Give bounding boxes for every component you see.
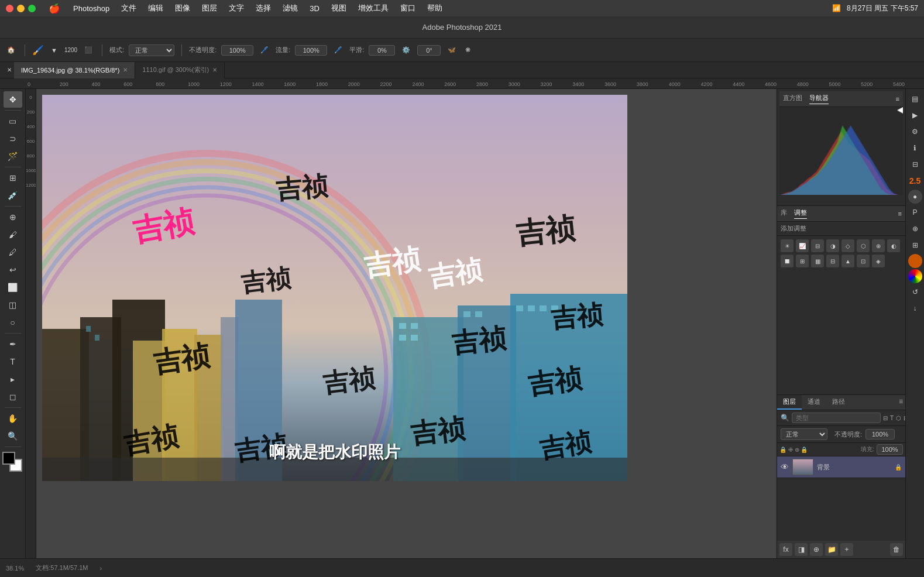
layer-new-btn[interactable]: + [840, 543, 853, 556]
flow-input[interactable] [295, 45, 327, 56]
layer-visibility-icon[interactable]: 👁 [781, 462, 789, 472]
tool-path-select[interactable]: ▸ [4, 371, 22, 387]
tool-heal[interactable]: ⊕ [4, 209, 22, 225]
brush-mode-toggle[interactable]: ⬛ [82, 45, 95, 55]
tool-crop[interactable]: ⊞ [4, 170, 22, 186]
extra-btn[interactable]: ❋ [463, 45, 473, 55]
tool-gradient[interactable]: ◫ [4, 297, 22, 313]
home-button[interactable]: 🏠 [5, 45, 18, 55]
canvas-area[interactable]: 吉祯 吉祯 吉祯 吉祯 吉祯 吉祯 吉祯 吉祯 吉祯 吉祯 吉祯 吉祯 吉祯 吉… [36, 89, 777, 558]
angle-input[interactable] [417, 45, 441, 56]
layers-tab-channels[interactable]: 通道 [802, 395, 826, 410]
menu-plugins[interactable]: 增效工具 [356, 3, 391, 13]
mini-p-btn[interactable]: P [908, 205, 923, 220]
tool-pen[interactable]: ✒ [4, 336, 22, 352]
color-swatches[interactable] [2, 452, 23, 473]
tool-eyedropper[interactable]: 💉 [4, 187, 22, 204]
tab-close-1[interactable]: ✕ [123, 67, 128, 73]
blend-mode-select[interactable]: 正常 溶解 正片叠底 [129, 44, 174, 56]
photo-filter-icon[interactable]: 🔲 [781, 255, 794, 267]
opacity-input[interactable] [221, 45, 253, 56]
tool-dodge[interactable]: ○ [4, 314, 22, 331]
tab-close-2[interactable]: ✕ [212, 67, 217, 73]
menu-layer[interactable]: 图层 [200, 3, 219, 13]
menu-file[interactable]: 文件 [119, 3, 139, 13]
layer-delete-btn[interactable]: 🗑 [890, 543, 903, 556]
threshold-icon[interactable]: ▲ [841, 255, 854, 267]
layers-tab-paths[interactable]: 路径 [826, 395, 851, 410]
foreground-color-swatch[interactable] [2, 452, 15, 465]
exposure-icon[interactable]: ◑ [826, 239, 839, 252]
tool-eraser[interactable]: ⬜ [4, 279, 22, 296]
histogram-tab[interactable]: 直方图 [783, 94, 802, 104]
mini-orange-circle[interactable] [908, 254, 922, 268]
layers-panel-options[interactable]: ≡ [896, 395, 905, 410]
mini-sync-btn[interactable]: ↺ [908, 284, 923, 300]
tool-zoom[interactable]: 🔍 [4, 428, 22, 444]
close-button[interactable] [6, 5, 13, 12]
minimize-button[interactable] [17, 5, 25, 12]
colorbalance-icon[interactable]: ⊕ [872, 239, 885, 252]
mini-tool2-btn[interactable]: ⊕ [908, 221, 923, 236]
tab-prev[interactable]: ✕ [5, 66, 14, 74]
tool-hand[interactable]: ✋ [4, 410, 22, 427]
levels-icon[interactable]: ⊟ [811, 239, 824, 252]
fill-input[interactable] [877, 444, 903, 455]
brightness-icon[interactable]: ☀ [781, 239, 794, 252]
posterize-icon[interactable]: ⊡ [857, 255, 870, 267]
tool-quick-select[interactable]: 🪄 [4, 148, 22, 164]
bw-icon[interactable]: ◐ [887, 239, 900, 252]
opacity-pressure[interactable]: 🖊️ [258, 45, 271, 55]
brush-options[interactable]: ▼ [49, 46, 60, 55]
menu-view[interactable]: 视图 [329, 3, 349, 13]
apple-logo[interactable]: 🍎 [49, 3, 60, 14]
tool-lasso[interactable]: ⊃ [4, 130, 22, 147]
layer-fx-btn[interactable]: fx [779, 543, 792, 556]
library-tab[interactable]: 库 [781, 208, 787, 219]
flow-pressure[interactable]: 🖊️ [332, 45, 345, 55]
menu-help[interactable]: 帮助 [425, 3, 445, 13]
layers-tab-layers[interactable]: 图层 [777, 395, 802, 410]
menu-photoshop[interactable]: Photoshop [71, 4, 112, 13]
layers-search-input[interactable] [792, 413, 881, 423]
tab-gif1110[interactable]: 1110.gif @ 300%(索引) ✕ [135, 62, 225, 78]
menu-3d[interactable]: 3D [307, 4, 322, 13]
smooth-input[interactable] [369, 45, 395, 56]
tool-clone[interactable]: 🖊 [4, 244, 22, 260]
menu-edit[interactable]: 编辑 [146, 3, 166, 13]
tool-history-brush[interactable]: ↩ [4, 262, 22, 278]
layer-search-opt3[interactable]: ⬡ [896, 415, 901, 421]
selective-color-icon[interactable]: ⊟ [826, 255, 839, 267]
mini-play-btn[interactable]: ▶ [908, 108, 923, 123]
maximize-button[interactable] [28, 5, 36, 12]
menu-image[interactable]: 图像 [173, 3, 193, 13]
invert-icon[interactable]: ◈ [872, 255, 885, 267]
mini-info-btn[interactable]: ℹ [908, 140, 923, 156]
panel-options[interactable]: ≡ [896, 95, 899, 102]
mini-circle-btn[interactable]: ● [908, 190, 922, 204]
tool-selection-rect[interactable]: ▭ [4, 113, 22, 129]
navigator-tab[interactable]: 导航器 [809, 94, 829, 104]
tool-brush[interactable]: 🖌 [4, 226, 22, 243]
layer-opacity-input[interactable] [865, 429, 895, 439]
tool-move[interactable]: ✥ [4, 91, 22, 108]
curves-icon[interactable]: 📈 [796, 239, 809, 252]
layer-search-opt2[interactable]: T [890, 415, 894, 421]
adjustments-tab[interactable]: 调整 [794, 208, 807, 219]
symmetry-btn[interactable]: 🦋 [445, 45, 458, 55]
hsl-icon[interactable]: ⬡ [857, 239, 870, 252]
settings-btn[interactable]: ⚙️ [400, 45, 413, 55]
vibrance-icon[interactable]: ◇ [841, 239, 854, 252]
layer-blend-select[interactable]: 正常 [781, 428, 827, 440]
mini-layers-btn[interactable]: ⊞ [908, 238, 923, 253]
menu-select[interactable]: 选择 [253, 3, 273, 13]
menu-text[interactable]: 文字 [226, 3, 246, 13]
window-controls[interactable] [6, 5, 36, 12]
menu-filter[interactable]: 滤镜 [280, 3, 300, 13]
menu-window[interactable]: 窗口 [398, 3, 418, 13]
tool-text[interactable]: T [4, 353, 22, 370]
layer-group-btn[interactable]: 📁 [825, 543, 838, 556]
gradient-map-icon[interactable]: ▦ [811, 255, 824, 267]
mini-gradient-btn[interactable] [908, 269, 922, 283]
layer-item-background[interactable]: 👁 背景 🔒 [777, 456, 905, 478]
